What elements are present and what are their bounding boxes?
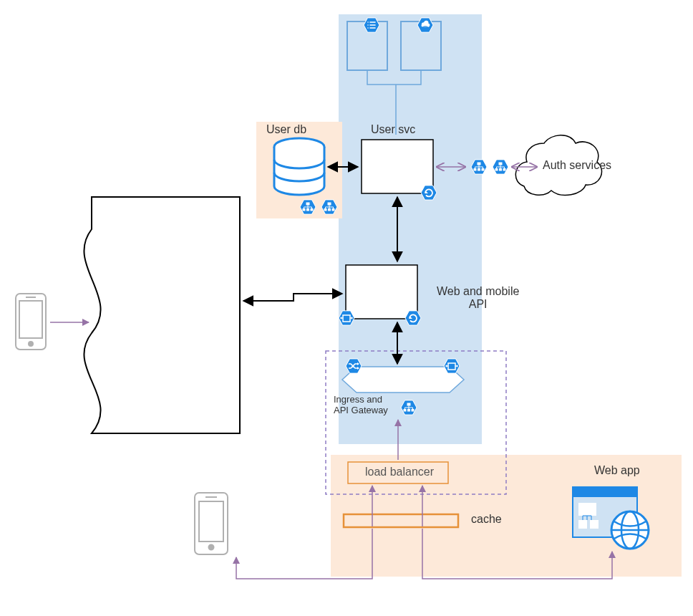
- package-icon: [339, 311, 354, 325]
- mobile-client-top: [16, 294, 46, 350]
- user-db-label: User db: [266, 123, 306, 136]
- org-chart-icon: [321, 200, 337, 214]
- user-svc: [362, 140, 437, 200]
- svg-rect-17: [346, 265, 417, 319]
- ingress-api-gateway-label: Ingress and API Gateway: [334, 394, 388, 415]
- org-chart-icon: [493, 160, 508, 174]
- user-svc-label: User svc: [371, 123, 415, 136]
- arrow-page-api: [243, 294, 342, 301]
- cloud-db-icon: [417, 18, 433, 32]
- svg-rect-20: [573, 487, 637, 497]
- web-mobile-api: [339, 265, 421, 325]
- refresh-icon: [405, 311, 421, 325]
- mobile-client-bottom: [195, 493, 228, 554]
- web-mobile-api-label: Web and mobile API: [437, 285, 519, 311]
- external-system-page: [84, 197, 240, 433]
- cache-label: cache: [471, 513, 502, 526]
- refresh-icon: [421, 186, 437, 200]
- load-balancer-label: load balancer: [365, 466, 434, 478]
- svg-rect-16: [362, 140, 433, 193]
- shuffle-icon: [346, 359, 362, 373]
- svg-rect-22: [578, 520, 587, 529]
- web-app-label: Web app: [594, 464, 640, 477]
- org-chart-icon: [300, 200, 316, 214]
- svg-rect-28: [19, 301, 42, 338]
- globe-icon: [611, 511, 649, 549]
- org-chart-icon: [401, 400, 417, 415]
- auth-services-label: Auth services: [543, 159, 611, 172]
- list-icon: [364, 18, 379, 32]
- architecture-diagram: [0, 0, 693, 616]
- svg-rect-32: [199, 501, 223, 542]
- svg-rect-23: [590, 520, 598, 529]
- svg-point-33: [209, 545, 214, 550]
- package-icon: [444, 359, 460, 373]
- svg-marker-18: [342, 367, 464, 393]
- org-chart-icon: [471, 160, 487, 174]
- svg-rect-21: [578, 503, 596, 516]
- svg-point-29: [29, 342, 33, 346]
